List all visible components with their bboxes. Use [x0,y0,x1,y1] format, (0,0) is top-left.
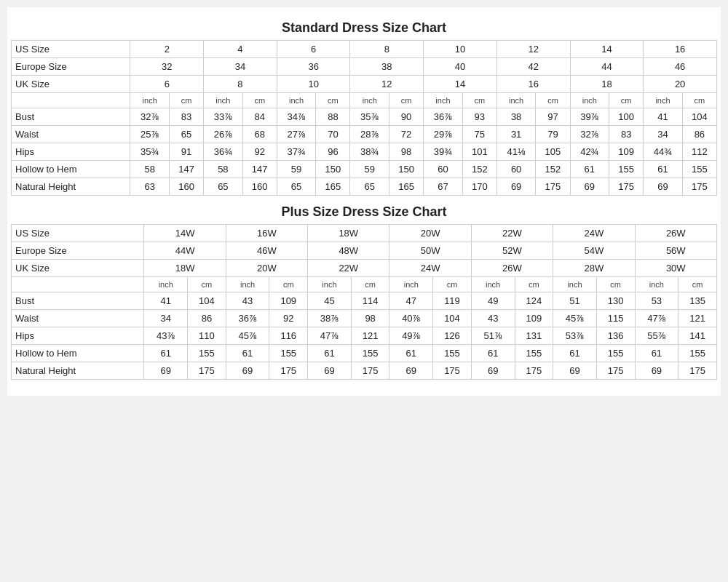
inch-value: 51 [553,292,597,310]
cm-value: 119 [433,292,472,310]
unit-inch: inch [553,277,597,292]
plus-eu-size-label: Europe Size [12,242,144,260]
eu-size-46: 46 [644,58,717,76]
inch-value: 35¾ [130,143,170,161]
standard-uk-size-row: UK Size 6 8 10 12 14 16 18 20 [12,76,717,93]
inch-value: 69 [308,362,352,380]
table-row: Hips35¾9136¾9237¾9638¾9839¾10141⅛10542¾1… [12,143,717,161]
cm-value: 86 [682,126,716,143]
table-row: Waist348636⅞9238⅞9840⅞1044310945⅞11547⅞1… [12,310,717,327]
table-row: Natural Height63160651606516565165671706… [12,178,717,196]
inch-value: 29⅞ [424,126,463,143]
cm-value: 126 [433,327,472,345]
row-label: Hollow to Hem [12,345,144,362]
table-row: Waist25⅞6526⅞6827⅞7028⅞7229⅞75317932⅞833… [12,126,717,143]
inch-value: 31 [496,126,536,143]
standard-eu-size-row: Europe Size 32 34 36 38 40 42 44 46 [12,58,717,76]
inch-value: 63 [130,178,170,196]
inch-value: 32⅞ [130,108,170,126]
uk-size-16: 16 [496,76,570,93]
unit-inch: inch [130,93,170,108]
inch-value: 27⅞ [277,126,316,143]
cm-value: 175 [515,362,553,380]
inch-value: 43 [226,292,269,310]
cm-value: 150 [316,161,350,178]
unit-inch: inch [644,93,683,108]
cm-value: 175 [351,362,389,380]
plus-uk-30w: 30W [635,260,716,277]
inch-value: 65 [350,178,389,196]
plus-eu-52w: 52W [471,242,553,260]
inch-value: 45⅞ [553,310,597,327]
plus-eu-46w: 46W [226,242,307,260]
cm-value: 68 [242,126,277,143]
unit-inch: inch [144,277,188,292]
unit-cm: cm [609,93,644,108]
inch-value: 69 [635,362,678,380]
plus-us-20w: 20W [389,225,471,242]
plus-us-18w: 18W [308,225,389,242]
inch-value: 59 [350,161,389,178]
unit-inch: inch [204,93,243,108]
inch-value: 49 [471,292,515,310]
cm-value: 104 [682,108,716,126]
unit-cm: cm [682,93,716,108]
cm-value: 86 [188,310,226,327]
cm-value: 114 [351,292,389,310]
cm-value: 88 [316,108,350,126]
cm-value: 155 [515,345,553,362]
inch-value: 36⅞ [226,310,269,327]
plus-uk-28w: 28W [553,260,635,277]
table-row: Hollow to Hem611556115561155611556115561… [12,345,717,362]
plus-us-22w: 22W [471,225,553,242]
cm-value: 98 [351,310,389,327]
unit-cm: cm [678,277,717,292]
inch-value: 28⅞ [350,126,389,143]
unit-cm: cm [596,277,635,292]
plus-uk-26w: 26W [471,260,553,277]
eu-size-44: 44 [570,58,644,76]
row-label: Waist [12,126,130,143]
cm-value: 109 [269,292,308,310]
inch-value: 61 [308,345,352,362]
cm-value: 121 [678,310,717,327]
cm-value: 175 [536,178,570,196]
inch-value: 45⅞ [226,327,269,345]
plus-us-size-row: US Size 14W 16W 18W 20W 22W 24W 26W [12,225,717,242]
unit-cm: cm [515,277,553,292]
inch-value: 58 [130,161,170,178]
row-label: Bust [12,292,144,310]
cm-value: 75 [462,126,496,143]
inch-value: 60 [496,161,536,178]
inch-value: 59 [277,161,316,178]
unit-cm: cm [316,93,350,108]
cm-value: 70 [316,126,350,143]
unit-cm: cm [433,277,472,292]
eu-size-32: 32 [130,58,204,76]
plus-us-16w: 16W [226,225,307,242]
cm-value: 72 [389,126,424,143]
cm-value: 124 [515,292,553,310]
cm-value: 104 [433,310,472,327]
inch-value: 42¾ [570,143,609,161]
inch-value: 69 [496,178,536,196]
cm-value: 100 [609,108,644,126]
cm-value: 83 [609,126,644,143]
standard-title: Standard Dress Size Chart [11,20,717,36]
unit-inch: inch [308,277,352,292]
inch-value: 53 [635,292,678,310]
inch-value: 44¾ [644,143,683,161]
inch-value: 43⅞ [144,327,188,345]
unit-cm: cm [351,277,389,292]
inch-value: 61 [144,345,188,362]
inch-value: 34 [144,310,188,327]
us-size-label: US Size [12,41,130,58]
cm-value: 165 [316,178,350,196]
cm-value: 147 [169,161,203,178]
inch-value: 41 [144,292,188,310]
inch-value: 39¾ [424,143,463,161]
uk-size-12: 12 [350,76,424,93]
cm-value: 175 [609,178,644,196]
inch-value: 36⅞ [424,108,463,126]
unit-inch: inch [570,93,609,108]
